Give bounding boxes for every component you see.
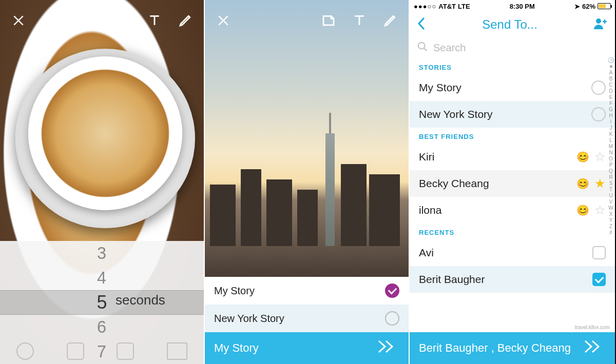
index-letter[interactable]: O (608, 156, 614, 162)
index-letter[interactable]: B (608, 76, 614, 82)
list-row-ny-story[interactable]: New York Story (410, 101, 615, 128)
editor-bottom-toolbar (0, 342, 204, 360)
star-outline-icon[interactable]: ☆ (594, 150, 606, 164)
send-arrow-icon[interactable] (583, 339, 606, 357)
index-letter[interactable]: H (608, 113, 614, 119)
timer-picker[interactable]: 3 4 5 6 7 seconds (0, 241, 204, 364)
send-icon[interactable] (167, 342, 187, 360)
row-label: Avi (419, 247, 434, 259)
index-letter[interactable]: ★ (608, 64, 614, 70)
editor-toolbar (0, 9, 204, 32)
index-letter[interactable]: T (608, 187, 614, 193)
draw-icon[interactable] (177, 12, 194, 29)
index-letter[interactable]: V (608, 199, 614, 205)
add-friend-icon[interactable] (593, 17, 608, 32)
list-row-recent[interactable]: Avi (410, 239, 615, 266)
picker-option[interactable]: 3 (97, 242, 106, 264)
row-label: New York Story (419, 108, 493, 120)
emoji-icon: 😊 (576, 177, 589, 190)
index-letter[interactable]: D (608, 88, 614, 94)
status-bar: ●●●○○ AT&T LTE 8:30 PM ➤ 62% (410, 0, 615, 12)
list-row-friend[interactable]: Kiri 😊 ☆ (410, 144, 615, 170)
index-letter[interactable]: K (608, 131, 614, 137)
index-letter[interactable]: Z (608, 224, 614, 230)
sticker-icon[interactable] (320, 12, 337, 29)
emoji-icon: 😊 (576, 151, 589, 163)
row-label: ilona (419, 204, 441, 216)
nav-bar: Send To... (410, 12, 615, 37)
carrier-label: AT&T (438, 3, 456, 10)
picker-unit-label: seconds (116, 292, 165, 308)
index-letter[interactable]: F (608, 100, 614, 107)
battery-pct: 62% (582, 3, 595, 10)
section-header-recents: RECENTS (410, 224, 615, 239)
radio-unchecked-icon[interactable] (385, 311, 399, 326)
story-select-panel: My Story New York Story My Story (205, 0, 410, 364)
index-letter[interactable]: P (608, 162, 614, 168)
index-letter[interactable]: S (608, 180, 614, 187)
radio-unchecked-icon[interactable] (591, 107, 606, 122)
story-row-ny-story[interactable]: New York Story (205, 305, 409, 332)
checkbox-unchecked-icon[interactable] (592, 246, 606, 259)
story-row-my-story[interactable]: My Story (205, 277, 409, 305)
picker-option-selected[interactable]: 5 (97, 290, 107, 315)
timer-icon[interactable] (16, 342, 34, 360)
star-outline-icon[interactable]: ☆ (594, 203, 606, 217)
index-letter[interactable]: U (608, 193, 614, 199)
section-header-stories: STORIES (410, 58, 615, 74)
search-icon (417, 41, 428, 54)
close-icon[interactable] (215, 12, 232, 29)
close-icon[interactable] (10, 12, 27, 29)
story-label: My Story (214, 285, 255, 297)
back-icon[interactable] (417, 16, 426, 33)
index-letter[interactable]: W (608, 205, 614, 211)
snap-editor-panel: 3 4 5 6 7 seconds (0, 0, 205, 364)
radio-checked-icon[interactable] (385, 284, 399, 298)
index-letter[interactable]: J (608, 125, 614, 131)
list-row-recent[interactable]: Berit Baugher (410, 266, 615, 293)
clock-label: 8:30 PM (510, 3, 535, 10)
search-row[interactable] (410, 37, 615, 58)
index-letter[interactable]: C (608, 82, 614, 88)
index-letter[interactable]: # (608, 230, 614, 236)
row-label: My Story (419, 82, 461, 94)
row-label: Berit Baugher (419, 273, 485, 286)
picker-option[interactable]: 6 (97, 316, 106, 338)
save-icon[interactable] (67, 342, 84, 360)
list-row-my-story[interactable]: My Story (410, 74, 615, 101)
index-letter[interactable]: L (608, 137, 614, 144)
star-filled-icon[interactable]: ★ (594, 176, 606, 191)
watermark: travel.kllvx.com (575, 325, 610, 330)
index-letter[interactable]: R (608, 174, 614, 180)
list-row-friend[interactable]: ilona 😊 ☆ (410, 197, 615, 224)
index-letter[interactable]: E (608, 94, 614, 100)
network-label: LTE (458, 3, 470, 10)
radio-unchecked-icon[interactable] (591, 80, 606, 95)
index-letter[interactable]: Q (608, 168, 614, 174)
send-to-panel: ●●●○○ AT&T LTE 8:30 PM ➤ 62% Send To... … (410, 0, 615, 364)
editor-toolbar (205, 9, 409, 32)
battery-icon (598, 3, 611, 9)
index-letter[interactable]: I (608, 119, 614, 125)
index-letter[interactable]: G (608, 107, 614, 113)
checkbox-checked-icon[interactable] (592, 273, 606, 286)
picker-option[interactable]: 4 (97, 267, 106, 289)
index-rail[interactable]: 🕒★ABCDEFGHIJKLMNOPQRSTUVWXYZ# (608, 57, 614, 236)
index-letter[interactable]: 🕒 (608, 57, 614, 64)
search-input[interactable] (433, 42, 608, 54)
index-letter[interactable]: N (608, 150, 614, 156)
index-letter[interactable]: M (608, 144, 614, 150)
sticker-icon[interactable] (116, 12, 132, 29)
text-icon[interactable] (351, 12, 368, 29)
send-arrow-icon[interactable] (377, 339, 399, 357)
send-bar[interactable]: My Story (205, 332, 409, 364)
text-icon[interactable] (146, 12, 163, 29)
story-icon[interactable] (117, 342, 134, 360)
index-letter[interactable]: A (608, 70, 614, 76)
list-row-friend[interactable]: Becky Cheang 😊 ★ (410, 170, 615, 197)
index-letter[interactable]: X (608, 211, 614, 217)
index-letter[interactable]: Y (608, 217, 614, 224)
draw-icon[interactable] (382, 12, 398, 29)
section-header-best: BEST FRIENDS (410, 128, 615, 144)
send-bar[interactable]: Berit Baugher , Becky Cheang (410, 332, 615, 364)
